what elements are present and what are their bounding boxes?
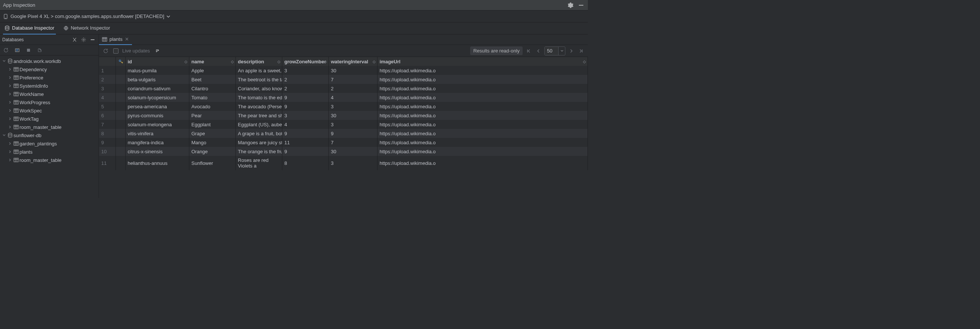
cell-id[interactable]: solanum-melongena <box>125 120 189 129</box>
cell-wateringinterval[interactable]: 30 <box>328 111 377 120</box>
cell-name[interactable]: Beet <box>189 75 235 84</box>
cell-description[interactable]: Eggplant (US), aubergine ( <box>235 120 282 129</box>
cell-wateringinterval[interactable]: 30 <box>328 147 377 156</box>
col-imageurl[interactable]: imageUrl◇ <box>377 57 588 66</box>
live-updates-checkbox[interactable] <box>113 48 118 54</box>
cell-description[interactable]: The pear tree and shrub ar <box>235 111 282 120</box>
next-page-icon[interactable] <box>568 47 575 55</box>
prev-page-icon[interactable] <box>535 47 542 55</box>
cell-imageurl[interactable]: https://upload.wikimedia.o <box>377 147 588 156</box>
cell-id[interactable]: pyrus-communis <box>125 111 189 120</box>
table-row[interactable]: 4solanum-lycopersicumTomatoThe tomato is… <box>99 93 588 102</box>
first-page-icon[interactable] <box>525 47 532 55</box>
refresh-icon[interactable] <box>2 46 10 54</box>
cell-description[interactable]: Coriander, also known as c <box>235 84 282 93</box>
cell-growzonenumber[interactable]: 11 <box>282 138 328 147</box>
cell-imageurl[interactable]: https://upload.wikimedia.o <box>377 111 588 120</box>
cell-wateringinterval[interactable]: 7 <box>328 138 377 147</box>
col-growzonenumber[interactable]: growZoneNumber◇ <box>282 57 328 66</box>
table-row[interactable]: 6pyrus-communisPearThe pear tree and shr… <box>99 111 588 120</box>
hide-icon[interactable] <box>89 36 96 43</box>
cell-id[interactable]: citrus-x-sinensis <box>125 147 189 156</box>
cell-wateringinterval[interactable]: 4 <box>328 93 377 102</box>
tree-db[interactable]: sunflower-db <box>0 131 99 139</box>
popup-icon[interactable] <box>154 47 161 55</box>
col-description[interactable]: description◇ <box>235 57 282 66</box>
cell-growzonenumber[interactable]: 2 <box>282 84 328 93</box>
tree-table[interactable]: room_master_table <box>0 123 99 131</box>
tree-table[interactable]: WorkSpec <box>0 106 99 114</box>
cell-id[interactable]: helianthus-annuus <box>125 156 189 170</box>
page-size-dropdown[interactable] <box>558 47 565 55</box>
cell-growzonenumber[interactable]: 9 <box>282 93 328 102</box>
tree-table[interactable]: Preference <box>0 73 99 82</box>
cell-wateringinterval[interactable]: 9 <box>328 129 377 138</box>
cell-description[interactable]: A grape is a fruit, botanica <box>235 129 282 138</box>
cell-wateringinterval[interactable]: 3 <box>328 102 377 111</box>
minimize-icon[interactable] <box>578 2 585 9</box>
table-row[interactable]: 2beta-vulgarisBeetThe beetroot is the ta… <box>99 75 588 84</box>
cell-wateringinterval[interactable]: 7 <box>328 75 377 84</box>
cell-name[interactable]: Pear <box>189 111 235 120</box>
cell-imageurl[interactable]: https://upload.wikimedia.o <box>377 102 588 111</box>
last-page-icon[interactable] <box>578 47 585 55</box>
page-size-input[interactable] <box>545 47 558 55</box>
cell-imageurl[interactable]: https://upload.wikimedia.o <box>377 84 588 93</box>
gear-icon[interactable] <box>567 2 574 9</box>
cell-growzonenumber[interactable]: 9 <box>282 129 328 138</box>
cell-id[interactable]: mangifera-indica <box>125 138 189 147</box>
table-row[interactable]: 10citrus-x-sinensisOrangeThe orange is t… <box>99 147 588 156</box>
cell-growzonenumber[interactable]: 9 <box>282 102 328 111</box>
cell-description[interactable]: The beetroot is the taproo <box>235 75 282 84</box>
cell-description[interactable]: Roses are redViolets a <box>235 156 282 170</box>
cell-id[interactable]: coriandrum-sativum <box>125 84 189 93</box>
table-row[interactable]: 3coriandrum-sativumCilantroCoriander, al… <box>99 84 588 93</box>
cell-description[interactable]: The avocado (Persea ame <box>235 102 282 111</box>
table-row[interactable]: 11helianthus-annuusSunflowerRoses are re… <box>99 156 588 170</box>
table-row[interactable]: 9mangifera-indicaMangoMangoes are juicy … <box>99 138 588 147</box>
cell-growzonenumber[interactable]: 8 <box>282 156 328 170</box>
tree-table[interactable]: plants <box>0 148 99 156</box>
cell-name[interactable]: Tomato <box>189 93 235 102</box>
cell-growzonenumber[interactable]: 2 <box>282 75 328 84</box>
table-row[interactable]: 5persea-americanaAvocadoThe avocado (Per… <box>99 102 588 111</box>
cell-name[interactable]: Cilantro <box>189 84 235 93</box>
stop-icon[interactable] <box>25 46 32 54</box>
cell-imageurl[interactable]: https://upload.wikimedia.o <box>377 93 588 102</box>
col-rownum[interactable] <box>99 57 116 66</box>
split-icon[interactable] <box>71 36 78 43</box>
cell-name[interactable]: Mango <box>189 138 235 147</box>
cell-description[interactable]: The orange is the fruit of t <box>235 147 282 156</box>
tree-table[interactable]: room_master_table <box>0 156 99 164</box>
table-row[interactable]: 7solanum-melongenaEggplantEggplant (US),… <box>99 120 588 129</box>
tree-db[interactable]: androidx.work.workdb <box>0 57 99 65</box>
tree-table[interactable]: WorkProgress <box>0 98 99 106</box>
tree-table[interactable]: WorkName <box>0 90 99 98</box>
gear-icon[interactable] <box>80 36 88 43</box>
col-id[interactable]: id◇ <box>125 57 189 66</box>
cell-wateringinterval[interactable]: 2 <box>328 84 377 93</box>
cell-id[interactable]: beta-vulgaris <box>125 75 189 84</box>
cell-wateringinterval[interactable]: 3 <box>328 120 377 129</box>
cell-description[interactable]: An apple is a sweet, edible <box>235 66 282 75</box>
col-pk-icon[interactable] <box>116 57 125 66</box>
tree-table[interactable]: SystemIdInfo <box>0 82 99 90</box>
database-tree[interactable]: androidx.work.workdbDependencyPreference… <box>0 56 99 198</box>
cell-description[interactable]: Mangoes are juicy stone fr <box>235 138 282 147</box>
cell-imageurl[interactable]: https://upload.wikimedia.o <box>377 75 588 84</box>
cell-name[interactable]: Orange <box>189 147 235 156</box>
cell-imageurl[interactable]: https://upload.wikimedia.o <box>377 120 588 129</box>
refresh-icon[interactable] <box>102 47 110 55</box>
tab-network-inspector[interactable]: Network Inspector <box>62 22 112 35</box>
new-query-icon[interactable] <box>13 46 21 54</box>
table-row[interactable]: 1malus-pumilaAppleAn apple is a sweet, e… <box>99 66 588 75</box>
tree-table[interactable]: garden_plantings <box>0 139 99 148</box>
export-icon[interactable] <box>36 46 43 54</box>
tab-database-inspector[interactable]: Database Inspector <box>3 22 56 35</box>
col-name[interactable]: name◇ <box>189 57 235 66</box>
cell-id[interactable]: solanum-lycopersicum <box>125 93 189 102</box>
close-icon[interactable]: ✕ <box>125 37 129 42</box>
cell-id[interactable]: vitis-vinifera <box>125 129 189 138</box>
col-wateringinterval[interactable]: wateringInterval◇ <box>328 57 377 66</box>
cell-growzonenumber[interactable]: 4 <box>282 120 328 129</box>
